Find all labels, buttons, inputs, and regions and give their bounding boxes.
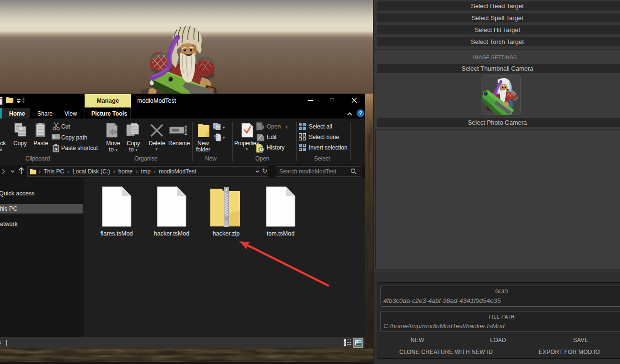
svg-text:\\...: \\... [53,134,59,139]
